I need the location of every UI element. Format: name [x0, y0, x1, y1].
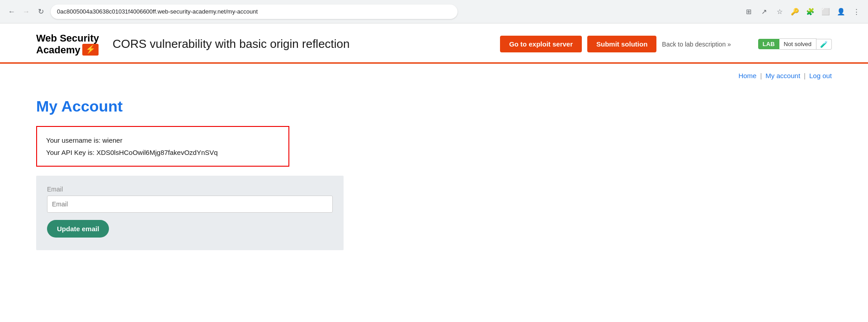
lab-title: CORS vulnerability with basic origin ref… — [113, 37, 486, 51]
update-email-button[interactable]: Update email — [47, 220, 109, 238]
nav-buttons: ← → ↻ — [5, 5, 47, 18]
page-heading: My Account — [36, 98, 832, 115]
extension-icon[interactable]: 🔑 — [788, 5, 801, 18]
api-key-info: Your API Key is: XDS0lsHCoOwil6Mjg87fake… — [46, 146, 279, 159]
puzzle-icon[interactable]: 🧩 — [804, 5, 816, 18]
email-input[interactable] — [47, 196, 333, 213]
nav-sep-2: | — [804, 72, 806, 79]
profile-icon[interactable]: 👤 — [835, 5, 847, 18]
address-bar[interactable] — [51, 5, 458, 19]
email-label: Email — [47, 186, 333, 193]
browser-chrome: ← → ↻ ⊞ ↗ ☆ 🔑 🧩 ⬜ 👤 ⋮ — [0, 0, 868, 23]
update-email-form: Email Update email — [36, 176, 344, 250]
share-icon[interactable]: ↗ — [758, 5, 770, 18]
submit-solution-button[interactable]: Submit solution — [587, 36, 656, 52]
logo-line2: Academy — [36, 44, 80, 56]
nav-home-link[interactable]: Home — [738, 72, 756, 79]
window-icon[interactable]: ⬜ — [819, 5, 832, 18]
back-button[interactable]: ← — [5, 5, 18, 18]
browser-actions: ⊞ ↗ ☆ 🔑 🧩 ⬜ 👤 ⋮ — [742, 5, 863, 18]
bookmark-icon[interactable]: ☆ — [773, 5, 786, 18]
not-solved-badge: Not solved — [779, 38, 816, 50]
forward-button[interactable]: → — [20, 5, 33, 18]
logo-line1: Web Security — [36, 33, 99, 44]
logo-icon: ⚡ — [82, 44, 99, 56]
logo: Web Security Academy ⚡ — [36, 33, 99, 56]
nav-my-account-link[interactable]: My account — [765, 72, 800, 79]
main-content: My Account Your username is: wiener Your… — [0, 84, 868, 277]
nav-links: Home | My account | Log out — [0, 64, 868, 84]
info-box: Your username is: wiener Your API Key is… — [36, 126, 289, 167]
exploit-server-button[interactable]: Go to exploit server — [500, 36, 582, 52]
back-to-lab-link[interactable]: Back to lab description » — [662, 41, 731, 48]
nav-log-out-link[interactable]: Log out — [809, 72, 832, 79]
nav-sep-1: | — [760, 72, 762, 79]
header-actions: Go to exploit server Submit solution Bac… — [500, 36, 731, 52]
translate-icon[interactable]: ⊞ — [742, 5, 755, 18]
reload-button[interactable]: ↻ — [34, 5, 47, 18]
flask-button[interactable]: 🧪 — [816, 39, 832, 50]
menu-icon[interactable]: ⋮ — [850, 5, 863, 18]
logo-row: Academy ⚡ — [36, 44, 99, 56]
lab-status: LAB Not solved 🧪 — [758, 38, 832, 50]
lab-badge: LAB — [758, 39, 779, 49]
username-info: Your username is: wiener — [46, 134, 279, 146]
site-header: Web Security Academy ⚡ CORS vulnerabilit… — [0, 23, 868, 64]
